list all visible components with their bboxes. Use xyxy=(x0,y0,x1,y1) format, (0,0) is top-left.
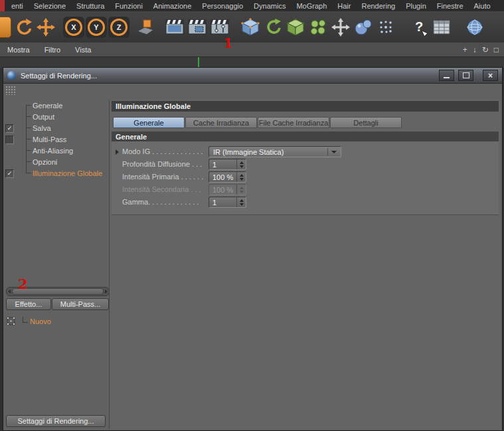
rotate-view-icon[interactable]: ↻ xyxy=(482,45,489,54)
tree-item-opzioni[interactable]: Opzioni xyxy=(3,156,108,167)
effetto-button[interactable]: Effetto... xyxy=(6,298,51,310)
spinner-value: 1 xyxy=(212,199,236,207)
spinner-arrows-icon[interactable] xyxy=(236,172,246,182)
menu-item-dynamics[interactable]: Dynamics xyxy=(248,2,291,10)
tree-item-anti-aliasing[interactable]: Anti-Aliasing xyxy=(3,145,108,156)
gamma-spinner[interactable]: 1 xyxy=(209,197,246,208)
menu-item-plugin[interactable]: Plugin xyxy=(400,2,432,10)
tree-item-illuminazione-globale[interactable]: ✓ Illuminazione Globale xyxy=(3,167,108,179)
move-tool-icon[interactable] xyxy=(35,16,57,39)
menu-item-animazione[interactable]: Animazione xyxy=(148,2,197,10)
field-group: Modo IG . . . . . . . . . . . . . IR (Im… xyxy=(112,141,499,215)
menu-item-selezione[interactable]: Selezione xyxy=(29,2,71,10)
tree-item-label: Generale xyxy=(33,102,62,110)
expand-arrow-icon[interactable] xyxy=(116,149,119,155)
tab-generale[interactable]: Generale xyxy=(113,117,185,128)
spinner-value: 100 % xyxy=(212,186,236,194)
rotate-tool-icon[interactable] xyxy=(12,16,35,39)
dropdown-value: IR (Immagine Statica) xyxy=(213,148,284,156)
spinner-arrows-icon xyxy=(236,185,246,195)
z-axis-lock-icon[interactable]: Z xyxy=(108,16,130,39)
tree-item-label: Anti-Aliasing xyxy=(33,147,73,155)
tree-item-generale[interactable]: Generale xyxy=(3,100,108,111)
menu-item-hair[interactable]: Hair xyxy=(332,2,356,10)
intensita-primaria-spinner[interactable]: 100 % xyxy=(209,171,246,183)
expand-arrows-icon[interactable] xyxy=(329,16,352,39)
dolly-icon[interactable]: ↓ xyxy=(473,45,477,54)
menu-item-finestre[interactable]: Finestre xyxy=(432,2,469,10)
effects-list: Nuovo xyxy=(3,316,108,327)
menu-item-personaggio[interactable]: Personaggio xyxy=(197,2,248,10)
menu-item-mostra[interactable]: Mostra xyxy=(0,46,37,54)
tree-item-label: Opzioni xyxy=(33,158,57,166)
tab-dettagli[interactable]: Dettagli xyxy=(330,117,402,128)
tree-item-label: Multi-Pass xyxy=(33,135,66,143)
menu-item-mograph[interactable]: MoGraph xyxy=(291,2,332,10)
help-icon[interactable]: ? xyxy=(408,16,430,39)
partial-tool-icon[interactable] xyxy=(0,16,12,39)
minimize-button[interactable] xyxy=(439,70,454,81)
viewport-axis-line xyxy=(198,57,199,68)
multi-pass-button[interactable]: Multi-Pass... xyxy=(52,298,109,310)
scroll-left-icon[interactable] xyxy=(8,290,11,294)
pan-icon[interactable]: + xyxy=(463,45,467,54)
y-axis-lock-icon[interactable]: Y xyxy=(85,16,108,39)
spreadsheet-icon[interactable] xyxy=(430,16,453,39)
render-region-icon[interactable] xyxy=(186,16,209,39)
tab-cache-irradianza[interactable]: Cache Irradianza xyxy=(185,117,257,128)
partial-red-icon xyxy=(0,0,5,11)
add-cube-icon[interactable] xyxy=(239,16,262,39)
menu-item-struttura[interactable]: Struttura xyxy=(71,2,110,10)
profondita-diffusione-spinner[interactable]: 1 xyxy=(209,159,246,170)
tree-item-output[interactable]: Output xyxy=(3,111,108,122)
palette-grip[interactable] xyxy=(5,86,15,95)
window-titlebar[interactable]: Settaggi di Rendering... × xyxy=(3,68,502,84)
menu-item-aiuto[interactable]: Aiuto xyxy=(469,2,496,10)
scroll-right-icon[interactable] xyxy=(105,290,108,294)
green-rotate-icon[interactable] xyxy=(262,16,284,39)
close-button[interactable]: × xyxy=(483,70,498,81)
section-header: Generale xyxy=(112,131,499,141)
settaggi-di-rendering-button[interactable]: Settaggi di Rendering... xyxy=(6,415,106,427)
illuminazione-globale-checkbox[interactable]: ✓ xyxy=(5,169,14,178)
tab-file-cache-irradianza[interactable]: File Cache Irradianza xyxy=(258,117,329,128)
settings-tree: Generale Output ✓ Salva Multi-Pass Anti-… xyxy=(3,100,108,179)
salva-checkbox[interactable]: ✓ xyxy=(5,124,14,133)
render-view-icon[interactable] xyxy=(163,16,186,39)
x-axis-lock-icon[interactable]: X xyxy=(62,16,85,39)
menu-item-rendering[interactable]: Rendering xyxy=(356,2,400,10)
window-buttons: × xyxy=(439,70,498,81)
toggle-view-icon[interactable]: □ xyxy=(494,45,499,54)
tree-elbow-connector xyxy=(23,317,28,323)
metaball-icon[interactable] xyxy=(352,16,375,39)
tree-item-multi-pass[interactable]: Multi-Pass xyxy=(3,133,108,145)
spinner-arrows-icon[interactable] xyxy=(236,159,246,169)
spinner-arrows-icon[interactable] xyxy=(236,197,246,207)
tree-item-label: Illuminazione Globale xyxy=(33,169,102,177)
field-row-profondita-diffusione: Profondità Diffusione . . . 1 xyxy=(112,158,499,171)
menu-item-funzioni[interactable]: Funzioni xyxy=(110,2,148,10)
multi-pass-checkbox[interactable] xyxy=(5,135,14,144)
spinner-value: 100 % xyxy=(212,173,236,181)
green-cube-icon[interactable] xyxy=(284,16,307,39)
menu-item-strumenti[interactable]: enti xyxy=(6,2,29,10)
annotation-2: 2 xyxy=(18,276,28,292)
maximize-button[interactable] xyxy=(458,70,473,81)
panel-tabs: Generale Cache Irradianza File Cache Irr… xyxy=(113,117,402,128)
field-label: Gamma. . . . . . . . . . . . . xyxy=(122,198,199,206)
particles-icon[interactable] xyxy=(375,16,397,39)
viewport-nav-icons: + ↓ ↻ □ xyxy=(463,43,499,56)
field-row-intensita-primaria: Intensità Primaria . . . . . . 100 % xyxy=(112,171,499,183)
workplane-icon[interactable] xyxy=(134,16,157,39)
modo-ig-dropdown[interactable]: IR (Immagine Statica) xyxy=(209,146,341,157)
tree-item-label: Salva xyxy=(33,124,51,132)
cluster-icon[interactable] xyxy=(307,16,329,39)
menu-item-vista[interactable]: Vista xyxy=(68,46,98,54)
field-row-intensita-secondaria: Intensità Secondaria . . . 100 % xyxy=(112,183,499,196)
intensita-secondaria-spinner: 100 % xyxy=(209,184,246,195)
menu-item-filtro[interactable]: Filtro xyxy=(37,46,68,54)
tree-item-salva[interactable]: ✓ Salva xyxy=(3,122,108,133)
list-item-nuovo[interactable]: Nuovo xyxy=(30,317,51,325)
browser-globe-icon[interactable] xyxy=(463,16,486,39)
window-title: Settaggi di Rendering... xyxy=(21,72,97,80)
